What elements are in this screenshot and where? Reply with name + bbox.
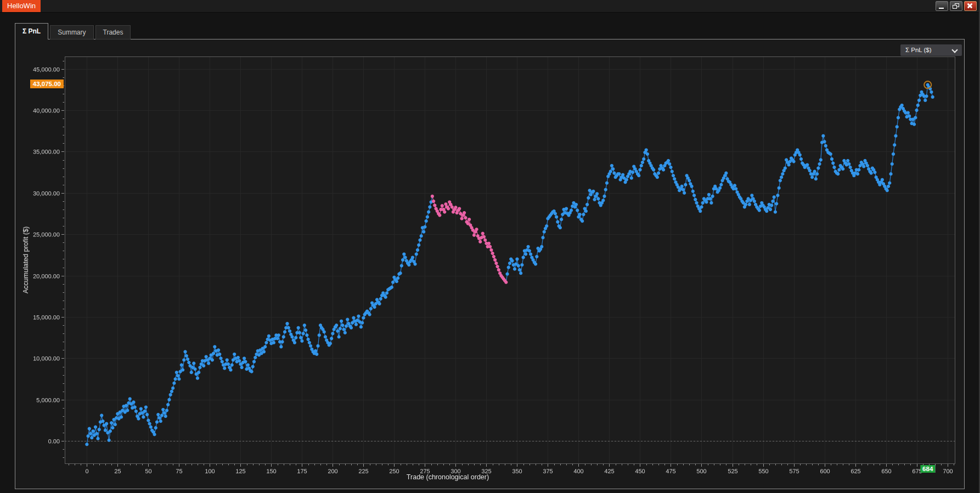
tab-summary[interactable]: Summary xyxy=(50,25,93,39)
window-controls xyxy=(936,1,977,11)
window-title: HelloWin xyxy=(2,0,41,12)
series-select-value: Σ PnL ($) xyxy=(905,47,932,53)
series-select-dropdown[interactable]: Σ PnL ($) xyxy=(900,44,962,56)
tab-strip: Σ PnL Summary Trades xyxy=(15,23,132,39)
close-button[interactable] xyxy=(964,1,977,11)
minimize-icon xyxy=(939,8,944,9)
title-bar: HelloWin xyxy=(0,0,979,13)
pnl-tab-page: Accumulated profit ($) Trade (chronologi… xyxy=(15,39,965,489)
tab-pnl[interactable]: Σ PnL xyxy=(15,23,48,39)
y-axis-title: Accumulated profit ($) xyxy=(22,226,30,293)
pnl-chart: Accumulated profit ($) Trade (chronologi… xyxy=(15,39,964,489)
chevron-down-icon xyxy=(951,47,958,53)
selected-value-chip: 43,075.00 xyxy=(30,80,64,88)
x-axis-title: Trade (chronological order) xyxy=(407,473,489,481)
app-window: HelloWin Σ PnL Summary Trades Accumulate… xyxy=(0,0,980,493)
selected-trade-chip: 684 xyxy=(920,465,935,473)
restore-button[interactable] xyxy=(950,1,962,11)
minimize-button[interactable] xyxy=(936,1,948,11)
pnl-chart-canvas[interactable] xyxy=(15,39,964,489)
tab-trades[interactable]: Trades xyxy=(95,25,131,39)
